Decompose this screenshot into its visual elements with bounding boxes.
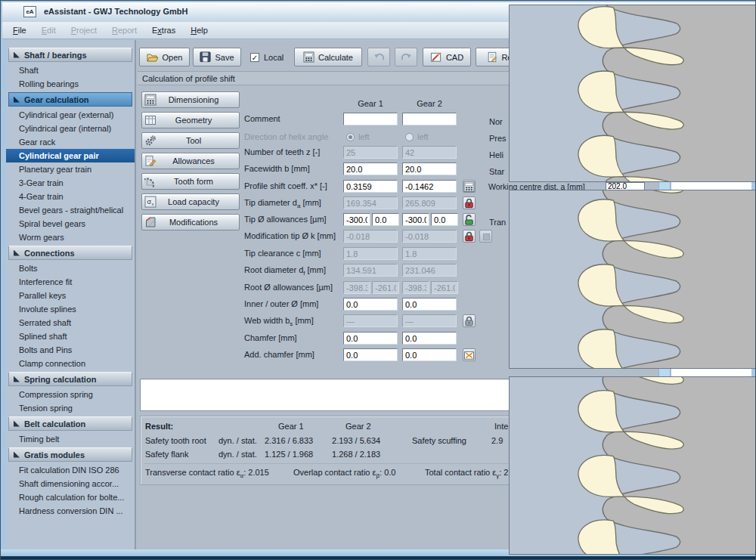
chamfer-mm-gear2-input[interactable] (402, 332, 457, 345)
tip-allowances-m-gear2-lower-input[interactable] (431, 213, 458, 226)
sidebar-item-timing-belt[interactable]: Timing belt (6, 432, 135, 446)
sidebar-item-serrated-shaft[interactable]: Serrated shaft (6, 316, 135, 330)
modifications-button[interactable]: Modifications (141, 214, 240, 230)
tool-button[interactable]: Tool (141, 132, 240, 149)
sidebar-section-gear-calculation[interactable]: Gear calculation (8, 92, 132, 107)
add-chamfer-mm-gear1-input[interactable] (343, 348, 398, 361)
root-allowances-m-gear1-lower-input[interactable] (372, 281, 399, 294)
sidebar-item-3-gear-train[interactable]: 3-Gear train (6, 176, 135, 190)
root-allowances-m-gear1-upper-input[interactable] (343, 281, 370, 294)
allowances-button[interactable]: Allowances (141, 153, 240, 169)
pencil-sheet-icon (144, 154, 157, 168)
menu-file[interactable]: File (5, 23, 34, 37)
lock-red-icon[interactable] (463, 196, 476, 209)
sidebar-item-rough-calculation-for-bolte[interactable]: Rough calculation for bolte... (6, 490, 135, 504)
tip-allowances-m-gear1-upper-input[interactable] (343, 213, 370, 226)
open-button[interactable]: Open (139, 48, 190, 67)
tip-clearance-c-mm-gear1-input[interactable] (343, 247, 398, 260)
sidebar-section-gratis-modules[interactable]: Gratis modules (8, 447, 132, 462)
calculator-icon[interactable] (463, 180, 476, 193)
sidebar-item-spiral-bevel-gears[interactable]: Spiral bevel gears (6, 217, 135, 230)
expanded-triangle-icon (14, 97, 20, 103)
sidebar-item-4-gear-train[interactable]: 4-Gear train (6, 190, 135, 203)
tip-diameter-d-gear2-input[interactable] (402, 196, 457, 209)
comment-label: Comment (244, 114, 280, 126)
sidebar-item-gear-rack[interactable]: Gear rack (6, 135, 135, 149)
direction-of-helix-angle-gear2-radio[interactable] (405, 133, 414, 141)
modification-tip-k-mm-gear1-input[interactable] (343, 230, 398, 243)
sidebar-item-involute-splines[interactable]: Involute splines (6, 302, 135, 316)
redo-button[interactable] (395, 48, 417, 67)
lock-red-icon[interactable] (463, 230, 476, 243)
calculate-label: Calculate (318, 53, 353, 62)
sidebar-item-cylindrical-gear-pair[interactable]: Cylindrical gear pair (6, 149, 135, 162)
web-width-b-gear1-input[interactable] (343, 314, 398, 327)
save-button[interactable]: Save (193, 48, 241, 67)
inner-outer-mm-gear1-input[interactable] (343, 298, 398, 311)
sidebar-section-shaft-bearings[interactable]: Shaft / bearings (8, 48, 132, 62)
tip-clearance-c-mm-gear2-input[interactable] (402, 247, 457, 260)
root-diameter-d-gear1-input[interactable] (343, 264, 398, 277)
sidebar-item-cylindrical-gear-external[interactable]: Cylindrical gear (external) (6, 108, 135, 122)
result-title: Result: (145, 422, 173, 431)
sidebar-item-fit-calculation-din-iso-286[interactable]: Fit calculation DIN ISO 286 (6, 463, 135, 477)
local-checkbox[interactable]: ✓ (250, 53, 259, 62)
sidebar-item-bevel-gears-straight-helical[interactable]: Bevel gears - straight/helical (6, 203, 135, 217)
lock-gray-icon[interactable] (463, 314, 476, 327)
tip-diameter-d-gear1-input[interactable] (343, 196, 398, 209)
add-chamfer-mm-gear2-input[interactable] (402, 348, 457, 361)
sidebar-item-tension-spring[interactable]: Tension spring (6, 401, 135, 415)
facewidth-b-mm-gear2-input[interactable] (402, 162, 457, 175)
sidebar-item-bolts-and-pins[interactable]: Bolts and Pins (6, 343, 135, 357)
gear1-column-header: Gear 1 (343, 99, 398, 108)
profile-shift-coeff-x-gear1-input[interactable] (343, 180, 398, 193)
root-allowances-m-gear2-lower-input[interactable] (431, 281, 458, 294)
sidebar-section-belt-calculation[interactable]: Belt calculation (8, 416, 132, 431)
tip-allowances-m-gear1-lower-input[interactable] (372, 213, 399, 226)
undo-button[interactable] (367, 48, 390, 67)
cad-button[interactable]: CAD (423, 48, 471, 67)
facewidth-b-mm-gear1-input[interactable] (343, 162, 398, 175)
sidebar-item-shaft[interactable]: Shaft (6, 63, 135, 77)
web-width-b-gear2-input[interactable] (402, 314, 457, 327)
sidebar-item-interference-fit[interactable]: Interference fit (6, 275, 135, 289)
calculate-button[interactable]: Calculate (294, 48, 362, 67)
sidebar-item-bolts[interactable]: Bolts (6, 261, 135, 275)
sidebar-item-worm-gears[interactable]: Worm gears (6, 230, 135, 244)
inner-outer-mm-gear2-input[interactable] (402, 298, 457, 311)
direction-of-helix-angle-gear1-radio[interactable] (346, 133, 355, 141)
sidebar-item-clamp-connection[interactable]: Clamp connection (6, 357, 135, 370)
sidebar-item-parallel-keys[interactable]: Parallel keys (6, 289, 135, 302)
number-of-teeth-z-gear2-input[interactable] (402, 146, 457, 159)
tooth-form-button[interactable]: Tooth form (141, 173, 240, 190)
comment-gear1-input[interactable] (343, 113, 398, 125)
root-allowances-m-gear2-upper-input[interactable] (402, 281, 429, 294)
profile-shift-coeff-x-gear2-input[interactable] (402, 180, 457, 193)
load-capacity-button[interactable]: σxLoad capacity (141, 193, 240, 210)
sidebar-item-shaft-dimensioning-accor[interactable]: Shaft dimensioning accor... (6, 477, 135, 490)
sidebar-item-hardness-conversion-din[interactable]: Hardness conversion DIN ... (6, 504, 135, 518)
modification-tip-k-mm-gear2-input[interactable] (402, 230, 457, 243)
number-of-teeth-z-gear1-input[interactable] (343, 146, 398, 159)
modification-extra-button[interactable] (479, 230, 492, 243)
root-diameter-d-gear2-input[interactable] (402, 264, 457, 277)
lock-green-icon[interactable] (463, 213, 476, 226)
stamp-icon[interactable] (463, 348, 476, 361)
sidebar-item-planetary-gear-train[interactable]: Planetary gear train (6, 162, 135, 176)
menu-extras[interactable]: Extras (144, 23, 183, 37)
sidebar-item-rolling-bearings[interactable]: Rolling bearings (6, 77, 135, 91)
comment-gear2-input[interactable] (402, 113, 457, 125)
sidebar-item-compression-spring[interactable]: Compression spring (6, 388, 135, 401)
local-checkbox-field[interactable]: ✓ Local (250, 48, 284, 67)
geometry-button[interactable]: Geometry (141, 112, 240, 128)
open-label: Open (163, 53, 183, 62)
chamfer-mm-gear1-input[interactable] (343, 332, 398, 345)
sidebar-section-spring-calculation[interactable]: Spring calculation (8, 372, 132, 386)
sidebar-item-cylindrical-gear-internal[interactable]: Cylindrical gear (internal) (6, 122, 135, 135)
sidebar-item-splined-shaft[interactable]: Splined shaft (6, 330, 135, 343)
dimensioning-button[interactable]: Dimensioning (141, 91, 240, 108)
menu-help[interactable]: Help (183, 23, 215, 37)
tip-allowances-m-label: Tip Ø allowances [µm] (244, 215, 327, 227)
tip-allowances-m-gear2-upper-input[interactable] (402, 213, 429, 226)
sidebar-section-connections[interactable]: Connections (8, 246, 132, 260)
